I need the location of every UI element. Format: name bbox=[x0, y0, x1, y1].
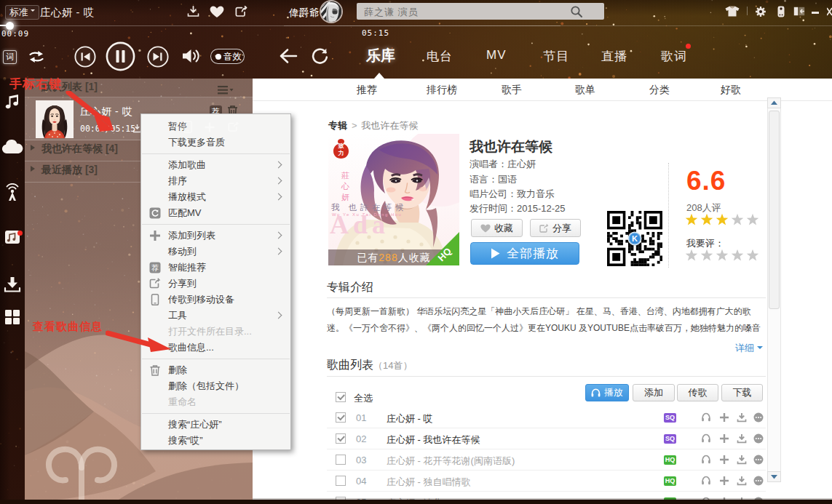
my-rating-stars[interactable] bbox=[685, 249, 759, 261]
song-checkbox[interactable] bbox=[336, 412, 346, 423]
more-link[interactable]: 详细 bbox=[735, 342, 763, 355]
song-checkbox[interactable] bbox=[336, 433, 346, 444]
row-download-icon[interactable] bbox=[737, 476, 747, 486]
heart-icon[interactable] bbox=[210, 6, 224, 18]
nav-item-shows[interactable]: 节目 bbox=[543, 48, 569, 65]
menu-item-3[interactable]: 添加歌曲 bbox=[141, 157, 290, 173]
menu-item-10[interactable]: 荐智能推荐 bbox=[141, 260, 290, 276]
download-icon[interactable] bbox=[187, 6, 199, 17]
nav-item-library[interactable]: 乐库 bbox=[366, 46, 395, 65]
song-row-title[interactable]: 庄心妍 - 哎 bbox=[387, 412, 433, 425]
row-add-icon[interactable] bbox=[719, 476, 729, 486]
row-more-icon[interactable] bbox=[753, 433, 764, 444]
song-row-01[interactable]: 01庄心妍 - 哎SQ bbox=[327, 407, 766, 428]
menu-item-13[interactable]: 工具 bbox=[141, 308, 290, 324]
tab-categories[interactable]: 分类 bbox=[649, 84, 670, 97]
row-more-icon[interactable] bbox=[753, 412, 764, 423]
star-empty-icon[interactable] bbox=[731, 249, 744, 261]
mini-mode-icon[interactable] bbox=[793, 7, 805, 16]
play-all-button[interactable]: 全部播放 bbox=[470, 242, 579, 265]
scrollbar-down-arrow[interactable] bbox=[767, 471, 781, 482]
play-mode-icon[interactable] bbox=[29, 51, 44, 63]
star-empty-icon[interactable] bbox=[746, 249, 759, 261]
menu-item-17[interactable]: 删除 bbox=[141, 362, 290, 378]
tab-singers[interactable]: 歌手 bbox=[502, 84, 522, 97]
menu-item-5[interactable]: 播放模式 bbox=[141, 189, 290, 205]
list-transfer-button[interactable]: 传歌 bbox=[677, 384, 718, 401]
row-add-icon[interactable] bbox=[719, 433, 729, 444]
menu-item-18[interactable]: 删除（包括文件） bbox=[141, 378, 290, 394]
tab-good-songs[interactable]: 好歌 bbox=[721, 84, 741, 97]
menu-item-9[interactable]: 移动到 bbox=[141, 244, 290, 260]
menu-item-4[interactable]: 排序 bbox=[141, 173, 290, 189]
settings-icon[interactable] bbox=[756, 7, 766, 17]
back-icon[interactable] bbox=[279, 48, 298, 64]
song-checkbox[interactable] bbox=[336, 455, 346, 465]
row-download-icon[interactable] bbox=[737, 455, 747, 465]
quality-selector[interactable]: 标准 bbox=[5, 5, 39, 20]
nav-item-mv[interactable]: MV bbox=[486, 48, 507, 63]
tab-playlists[interactable]: 歌单 bbox=[575, 84, 595, 97]
refresh-icon[interactable] bbox=[311, 48, 328, 64]
scrollbar-up-arrow[interactable] bbox=[767, 97, 781, 108]
row-add-icon[interactable] bbox=[719, 412, 729, 423]
star-empty-icon[interactable] bbox=[716, 249, 729, 261]
close-icon[interactable] bbox=[827, 7, 832, 16]
list-menu-icon[interactable] bbox=[218, 86, 234, 95]
scrollbar-thumb[interactable] bbox=[769, 111, 780, 309]
rail-download-icon[interactable] bbox=[0, 276, 25, 292]
nav-item-lyrics[interactable]: 歌词 bbox=[661, 48, 687, 65]
avatar[interactable] bbox=[321, 1, 341, 22]
nav-item-live[interactable]: 直播 bbox=[601, 48, 627, 65]
skin-icon[interactable] bbox=[725, 6, 740, 17]
rail-music-icon[interactable] bbox=[0, 93, 25, 112]
rail-apps-icon[interactable] bbox=[0, 310, 25, 324]
menu-item-1[interactable]: 下载更多音质 bbox=[141, 135, 290, 151]
menu-item-6[interactable]: 匹配MV bbox=[141, 205, 290, 221]
share-button[interactable]: 分享 bbox=[530, 219, 581, 237]
star-empty-icon[interactable] bbox=[685, 249, 698, 261]
menu-item-22[interactable]: 搜索“哎” bbox=[141, 433, 290, 449]
share-icon[interactable] bbox=[235, 6, 248, 17]
song-row-04[interactable]: 04庄心妍 - 独自唱情歌HQ bbox=[327, 471, 766, 492]
menu-item-8[interactable]: 添加到列表 bbox=[141, 228, 290, 244]
row-more-icon[interactable] bbox=[753, 476, 764, 486]
row-download-icon[interactable] bbox=[737, 412, 747, 423]
select-all-checkbox[interactable] bbox=[336, 392, 346, 402]
search-icon[interactable] bbox=[570, 5, 583, 18]
list-add-button[interactable]: 添加 bbox=[633, 384, 675, 401]
tab-recommend[interactable]: 推荐 bbox=[357, 84, 377, 97]
song-checkbox[interactable] bbox=[336, 476, 346, 486]
row-listen-icon[interactable] bbox=[701, 412, 711, 423]
menu-item-19[interactable]: 重命名 bbox=[141, 394, 290, 410]
next-button[interactable] bbox=[147, 46, 169, 68]
menu-item-11[interactable]: 分享到 bbox=[141, 276, 290, 292]
star-empty-icon[interactable] bbox=[700, 249, 713, 261]
search-input[interactable]: 薛之谦 演员 bbox=[357, 3, 604, 20]
previous-button[interactable] bbox=[74, 46, 96, 68]
rail-cloud-icon[interactable] bbox=[0, 140, 25, 154]
row-listen-icon[interactable] bbox=[701, 433, 711, 444]
list-download-button[interactable]: 下载 bbox=[721, 384, 763, 401]
tab-ranking[interactable]: 排行榜 bbox=[427, 84, 457, 97]
row-listen-icon[interactable] bbox=[701, 476, 711, 486]
song-row-02[interactable]: 02庄心妍 - 我也许在等候SQ bbox=[327, 428, 766, 449]
volume-icon[interactable] bbox=[182, 48, 202, 64]
sound-effect-toggle[interactable]: 音效 bbox=[210, 49, 245, 64]
mobile-icon[interactable] bbox=[777, 6, 785, 17]
lyrics-badge[interactable]: 词 bbox=[3, 50, 17, 64]
menu-item-21[interactable]: 搜索“庄心妍” bbox=[141, 417, 290, 433]
album-cover[interactable]: 致力 莊心妍 我 也許在等候 Wo Ye Xu Zai Deng Hou Ada… bbox=[328, 134, 459, 265]
song-row-title[interactable]: 庄心妍 - 独自唱情歌 bbox=[387, 476, 471, 489]
username[interactable]: 偉爵爺 bbox=[289, 7, 320, 20]
minimize-icon[interactable] bbox=[812, 12, 819, 14]
nav-item-radio[interactable]: 电台 bbox=[427, 48, 453, 65]
favorite-button[interactable]: 收藏 bbox=[471, 219, 523, 237]
menu-item-0[interactable]: 暂停 bbox=[141, 119, 290, 135]
list-play-button[interactable]: 播放 bbox=[585, 384, 629, 401]
song-row-03[interactable]: 03庄心妍 - 花开等花谢(闽南语版)HQ bbox=[327, 449, 766, 471]
song-row-title[interactable]: 庄心妍 - 花开等花谢(闽南语版) bbox=[387, 455, 515, 468]
pause-button[interactable] bbox=[106, 41, 135, 71]
menu-item-12[interactable]: 传歌到移动设备 bbox=[141, 292, 290, 308]
row-download-icon[interactable] bbox=[737, 433, 747, 444]
